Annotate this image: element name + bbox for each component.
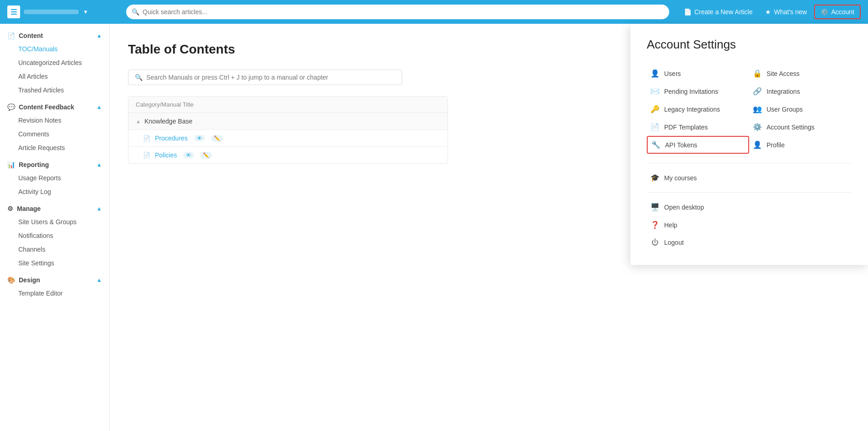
api-icon: 🔧: [651, 140, 660, 149]
dropdown-item-users[interactable]: 👤 Users: [647, 65, 749, 82]
logout-icon: ⏻: [650, 238, 660, 247]
topbar: ☰ ▾ 🔍 📄 Create a New Article ★ What's ne…: [0, 0, 868, 24]
design-icon: 🎨: [7, 276, 15, 284]
sidebar-section-content-header[interactable]: 📄 Content ▲: [0, 27, 109, 42]
logo-area: ☰ ▾: [7, 5, 117, 18]
feedback-chevron-icon: ▲: [96, 104, 102, 110]
user-icon: 👤: [650, 69, 660, 78]
link-icon: 🔗: [753, 87, 762, 96]
sidebar-item-site-users-groups[interactable]: Site Users & Groups: [0, 215, 109, 229]
toc-table: Category/Manual Title ▲ Knowledge Base 📄…: [128, 96, 448, 164]
sidebar-section-content-feedback: 💬 Content Feedback ▲ Revision Notes Comm…: [0, 99, 109, 155]
sidebar-item-uncategorized-articles[interactable]: Uncategorized Articles: [0, 56, 109, 70]
toc-category-row: ▲ Knowledge Base 📄 Procedures 👁 ✏️ 📄 Pol…: [128, 113, 447, 163]
account-settings-grid: 👤 Users 🔒 Site Access ✉️ Pending Invitat…: [647, 65, 852, 154]
toc-article-procedures: 📄 Procedures 👁 ✏️: [128, 129, 447, 146]
sidebar-section-manage: ⚙ Manage ▲ Site Users & Groups Notificat…: [0, 200, 109, 270]
search-icon: 🔍: [132, 8, 139, 16]
gear-icon: ⚙️: [820, 8, 828, 16]
sidebar-item-trashed-articles[interactable]: Trashed Articles: [0, 83, 109, 97]
sidebar-section-reporting-header[interactable]: 📊 Reporting ▲: [0, 156, 109, 171]
sidebar-item-site-settings[interactable]: Site Settings: [0, 256, 109, 270]
mail-icon: ✉️: [650, 87, 660, 96]
reporting-chevron-icon: ▲: [96, 162, 102, 168]
lock-icon: 🔒: [753, 69, 762, 78]
sidebar-section-content: 📄 Content ▲ TOC/Manuals Uncategorized Ar…: [0, 27, 109, 97]
collapse-icon[interactable]: ▲: [136, 119, 141, 124]
account-dropdown-title: Account Settings: [647, 38, 852, 52]
profile-icon: 👤: [753, 140, 762, 149]
create-article-icon: 📄: [684, 8, 692, 16]
dropdown-item-help[interactable]: ❓ Help: [647, 216, 852, 234]
dropdown-item-account-settings[interactable]: ⚙️ Account Settings: [749, 118, 852, 136]
article-badge-edit-2: ✏️: [200, 152, 212, 159]
toc-search-icon: 🔍: [135, 74, 143, 81]
design-chevron-icon: ▲: [96, 277, 102, 283]
logo-text: [24, 10, 79, 14]
article-link-procedures[interactable]: Procedures: [155, 135, 188, 142]
sidebar-item-channels[interactable]: Channels: [0, 242, 109, 256]
search-area: 🔍: [126, 5, 669, 19]
whats-new-button[interactable]: ★ What's new: [760, 5, 812, 18]
toc-table-header: Category/Manual Title: [128, 97, 447, 113]
logo-icon: ☰: [7, 5, 20, 18]
sidebar-item-toc-manuals[interactable]: TOC/Manuals: [0, 42, 109, 56]
search-input[interactable]: [126, 5, 669, 19]
toc-category-knowledge-base: ▲ Knowledge Base: [128, 113, 447, 129]
toc-search-input[interactable]: [146, 74, 395, 81]
help-icon: ❓: [650, 221, 660, 229]
article-icon-2: 📄: [143, 152, 150, 159]
article-badge-view: 👁: [194, 135, 205, 141]
article-badge-edit: ✏️: [211, 135, 223, 142]
sidebar-item-notifications[interactable]: Notifications: [0, 229, 109, 242]
users-icon: 👥: [753, 105, 762, 113]
toc-search-bar: 🔍: [128, 70, 402, 85]
sidebar: 📄 Content ▲ TOC/Manuals Uncategorized Ar…: [0, 24, 110, 431]
article-icon: 📄: [143, 135, 150, 142]
sidebar-section-reporting: 📊 Reporting ▲ Usage Reports Activity Log: [0, 156, 109, 199]
sidebar-item-all-articles[interactable]: All Articles: [0, 70, 109, 83]
sidebar-section-design: 🎨 Design ▲ Template Editor: [0, 272, 109, 300]
dropdown-item-api-tokens[interactable]: 🔧 API Tokens: [647, 136, 749, 154]
sidebar-item-usage-reports[interactable]: Usage Reports: [0, 171, 109, 185]
dropdown-item-open-desktop[interactable]: 🖥️ Open desktop: [647, 198, 852, 216]
dropdown-item-legacy-integrations[interactable]: 🔑 Legacy Integrations: [647, 100, 749, 118]
sidebar-item-revision-notes[interactable]: Revision Notes: [0, 113, 109, 127]
topbar-actions: 📄 Create a New Article ★ What's new ⚙️ A…: [678, 5, 861, 19]
sidebar-item-comments[interactable]: Comments: [0, 127, 109, 141]
sidebar-section-manage-header[interactable]: ⚙ Manage ▲: [0, 200, 109, 215]
divider-2: [647, 192, 852, 193]
dropdown-item-pending-invitations[interactable]: ✉️ Pending Invitations: [647, 82, 749, 100]
settings-icon: ⚙️: [753, 123, 762, 131]
article-link-policies[interactable]: Policies: [155, 151, 177, 159]
dropdown-item-profile[interactable]: 👤 Profile: [749, 136, 852, 154]
dropdown-item-integrations[interactable]: 🔗 Integrations: [749, 82, 852, 100]
sidebar-section-content-feedback-header[interactable]: 💬 Content Feedback ▲: [0, 99, 109, 113]
account-dropdown: Account Settings 👤 Users 🔒 Site Access ✉…: [630, 24, 868, 265]
create-article-button[interactable]: 📄 Create a New Article: [678, 5, 758, 18]
sidebar-item-activity-log[interactable]: Activity Log: [0, 185, 109, 199]
dropdown-item-site-access[interactable]: 🔒 Site Access: [749, 65, 852, 82]
dropdown-item-my-courses[interactable]: 🎓 My courses: [647, 169, 852, 187]
sidebar-item-article-requests[interactable]: Article Requests: [0, 141, 109, 155]
feedback-icon: 💬: [7, 103, 15, 111]
account-button[interactable]: ⚙️ Account: [814, 5, 861, 19]
desktop-icon: 🖥️: [650, 203, 660, 211]
divider-1: [647, 163, 852, 163]
courses-icon: 🎓: [650, 173, 660, 182]
dropdown-item-user-groups[interactable]: 👥 User Groups: [749, 100, 852, 118]
content-chevron-icon: ▲: [96, 32, 102, 39]
star-icon: ★: [765, 8, 771, 16]
pdf-icon: 📄: [650, 123, 660, 131]
content-icon: 📄: [7, 32, 15, 39]
key-icon: 🔑: [650, 105, 660, 113]
logo-chevron-icon[interactable]: ▾: [84, 9, 87, 15]
dropdown-item-pdf-templates[interactable]: 📄 PDF Templates: [647, 118, 749, 136]
sidebar-section-design-header[interactable]: 🎨 Design ▲: [0, 272, 109, 286]
toc-article-policies: 📄 Policies 👁 ✏️: [128, 146, 447, 163]
sidebar-item-template-editor[interactable]: Template Editor: [0, 286, 109, 300]
dropdown-item-logout[interactable]: ⏻ Logout: [647, 234, 852, 251]
manage-icon: ⚙: [7, 205, 13, 212]
manage-chevron-icon: ▲: [96, 205, 102, 212]
reporting-icon: 📊: [7, 161, 15, 168]
